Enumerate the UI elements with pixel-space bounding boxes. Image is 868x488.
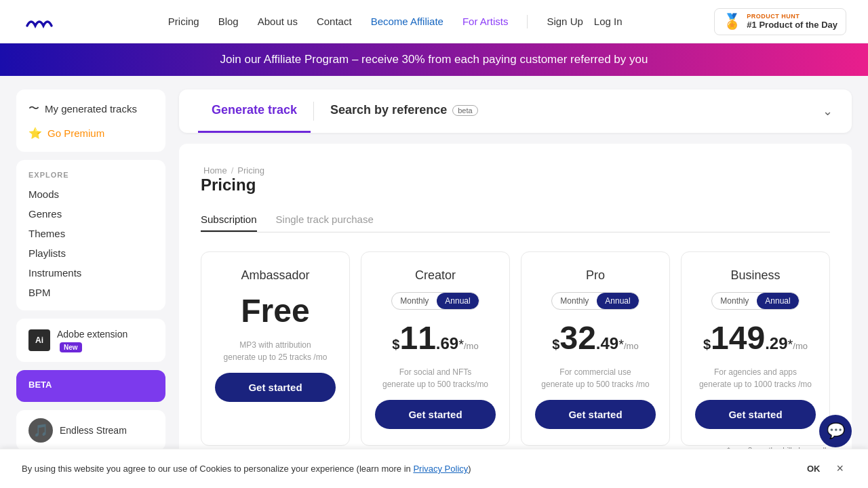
privacy-policy-link[interactable]: Privacy Policy bbox=[413, 464, 468, 474]
price-cents-creator: .69 bbox=[436, 334, 458, 353]
nav-login[interactable]: Log In bbox=[594, 16, 623, 27]
nav-affiliate[interactable]: Become Affiliate bbox=[371, 16, 443, 27]
plans-grid: Ambassador Free MP3 with attribution gen… bbox=[201, 251, 830, 446]
explore-section: EXPLORE Moods Genres Themes Playlists In… bbox=[16, 160, 165, 310]
price-asterisk-pro: * bbox=[618, 337, 624, 352]
endless-stream-section[interactable]: 🎵 Endless Stream bbox=[16, 410, 165, 451]
sub-tab-subscription[interactable]: Subscription bbox=[201, 208, 257, 232]
tab-chevron-icon[interactable]: ⌄ bbox=[823, 104, 833, 119]
beta-section[interactable]: BETA bbox=[16, 370, 165, 402]
breadcrumb-home[interactable]: Home bbox=[203, 165, 227, 176]
breadcrumb: Home / Pricing bbox=[201, 163, 830, 176]
plan-pro: Pro Monthly Annual $ 32 .49 * /mo For co… bbox=[521, 251, 670, 446]
plan-ambassador-name: Ambassador bbox=[241, 268, 309, 283]
plan-pro-price: $ 32 .49 * /mo bbox=[552, 319, 638, 357]
nav-blog[interactable]: Blog bbox=[218, 16, 239, 27]
plan-ambassador-desc: MP3 with attribution generate up to 25 t… bbox=[224, 339, 328, 363]
adobe-label: Adobe extension bbox=[57, 329, 127, 340]
sidebar-item-bpm[interactable]: BPM bbox=[28, 285, 153, 300]
get-started-ambassador[interactable]: Get started bbox=[215, 373, 336, 402]
tab-generate[interactable]: Generate track bbox=[198, 89, 311, 133]
price-dollars-business: 149 bbox=[711, 319, 765, 357]
cookie-close-button[interactable]: × bbox=[833, 459, 846, 479]
get-started-creator[interactable]: Get started bbox=[375, 400, 496, 429]
pricing-sub-tabs: Subscription Single track purchase bbox=[201, 208, 830, 232]
chat-icon: 💬 bbox=[827, 422, 845, 440]
plan-creator-price: $ 11 .69 * /mo bbox=[392, 319, 478, 357]
billing-annual-creator[interactable]: Annual bbox=[437, 293, 478, 309]
tab-divider bbox=[313, 102, 314, 121]
price-period-business: /mo bbox=[793, 341, 808, 351]
price-period-pro: /mo bbox=[624, 341, 639, 351]
plan-pro-name: Pro bbox=[586, 268, 605, 283]
plan-business-price: $ 149 .29 * /mo bbox=[703, 319, 808, 357]
sidebar-item-playlists[interactable]: Playlists bbox=[28, 246, 153, 260]
explore-list: Moods Genres Themes Playlists Instrument… bbox=[28, 187, 153, 300]
main-nav: Pricing Blog About us Contact Become Aff… bbox=[168, 15, 623, 28]
logo[interactable] bbox=[22, 12, 76, 32]
plan-creator-desc: For social and NFTs generate up to 500 t… bbox=[382, 366, 488, 390]
sidebar-top: 〜 My generated tracks ⭐ Go Premium bbox=[16, 89, 165, 152]
nav-signup[interactable]: Sign Up bbox=[547, 16, 583, 27]
cookie-ok-button[interactable]: OK bbox=[802, 461, 826, 476]
billing-annual-pro[interactable]: Annual bbox=[597, 293, 638, 309]
main-layout: 〜 My generated tracks ⭐ Go Premium EXPLO… bbox=[0, 76, 868, 488]
get-started-business[interactable]: Get started bbox=[695, 400, 816, 429]
sidebar: 〜 My generated tracks ⭐ Go Premium EXPLO… bbox=[16, 89, 165, 476]
main-content: Generate track Search by reference beta … bbox=[179, 89, 852, 476]
product-hunt-badge[interactable]: 🏅 PRODUCT HUNT #1 Product of the Day bbox=[714, 8, 846, 35]
adobe-section[interactable]: Ai Adobe extension New bbox=[16, 319, 165, 362]
get-started-pro[interactable]: Get started bbox=[535, 400, 656, 429]
nav-artists[interactable]: For Artists bbox=[462, 16, 509, 27]
product-hunt-text: PRODUCT HUNT #1 Product of the Day bbox=[747, 13, 837, 30]
price-asterisk-business: * bbox=[788, 337, 793, 352]
beta-badge: beta bbox=[452, 105, 477, 116]
plan-ambassador: Ambassador Free MP3 with attribution gen… bbox=[201, 251, 350, 446]
adobe-icon: Ai bbox=[28, 329, 50, 351]
billing-annual-business[interactable]: Annual bbox=[757, 293, 798, 309]
nav-pricing[interactable]: Pricing bbox=[168, 16, 199, 27]
billing-monthly-creator[interactable]: Monthly bbox=[392, 293, 437, 309]
tab-search[interactable]: Search by reference beta bbox=[317, 89, 492, 133]
tracks-icon: 〜 bbox=[28, 102, 39, 116]
nav-contact[interactable]: Contact bbox=[317, 16, 352, 27]
price-asterisk-creator: * bbox=[458, 337, 464, 352]
sidebar-item-themes[interactable]: Themes bbox=[28, 226, 153, 241]
tab-search-label: Search by reference bbox=[330, 103, 447, 117]
tab-generate-label: Generate track bbox=[212, 103, 297, 117]
breadcrumb-current: Pricing bbox=[237, 165, 264, 176]
cookie-banner: By using this website you agree to our u… bbox=[0, 449, 868, 488]
go-premium-label: Go Premium bbox=[47, 127, 104, 139]
sidebar-item-my-tracks[interactable]: 〜 My generated tracks bbox=[28, 100, 153, 117]
billing-monthly-pro[interactable]: Monthly bbox=[552, 293, 597, 309]
plan-business-desc: For agencies and apps generate up to 100… bbox=[699, 366, 812, 390]
price-currency-pro: $ bbox=[552, 337, 559, 352]
billing-toggle-business: Monthly Annual bbox=[711, 292, 799, 310]
star-icon: ⭐ bbox=[28, 127, 42, 140]
price-currency-creator: $ bbox=[392, 337, 399, 352]
sub-tab-single[interactable]: Single track purchase bbox=[276, 208, 374, 232]
plan-creator-name: Creator bbox=[415, 268, 456, 283]
billing-monthly-business[interactable]: Monthly bbox=[712, 293, 757, 309]
sidebar-item-genres[interactable]: Genres bbox=[28, 207, 153, 221]
breadcrumb-sep: / bbox=[231, 165, 234, 176]
chat-button[interactable]: 💬 bbox=[819, 415, 852, 447]
nav-auth: Sign Up Log In bbox=[547, 16, 622, 27]
tab-bar: Generate track Search by reference beta … bbox=[179, 89, 852, 133]
plan-creator: Creator Monthly Annual $ 11 .69 * /mo Fo… bbox=[361, 251, 510, 446]
nav-about[interactable]: About us bbox=[258, 16, 298, 27]
price-period-creator: /mo bbox=[464, 341, 479, 351]
price-dollars-pro: 32 bbox=[559, 319, 595, 357]
plan-business: Business Monthly Annual $ 149 .29 * /mo … bbox=[681, 251, 830, 446]
affiliate-banner[interactable]: Join our Affiliate Program – receive 30%… bbox=[0, 43, 868, 76]
sidebar-item-go-premium[interactable]: ⭐ Go Premium bbox=[28, 125, 153, 141]
medal-icon: 🏅 bbox=[723, 13, 741, 30]
plan-business-name: Business bbox=[730, 268, 780, 283]
sidebar-item-instruments[interactable]: Instruments bbox=[28, 266, 153, 280]
pricing-title: Pricing bbox=[201, 176, 830, 195]
pricing-container: Home / Pricing Pricing Subscription Sing… bbox=[179, 144, 852, 476]
sidebar-item-moods[interactable]: Moods bbox=[28, 187, 153, 201]
endless-stream-label: Endless Stream bbox=[60, 425, 127, 436]
beta-label: BETA bbox=[28, 380, 153, 390]
explore-title: EXPLORE bbox=[28, 171, 153, 179]
